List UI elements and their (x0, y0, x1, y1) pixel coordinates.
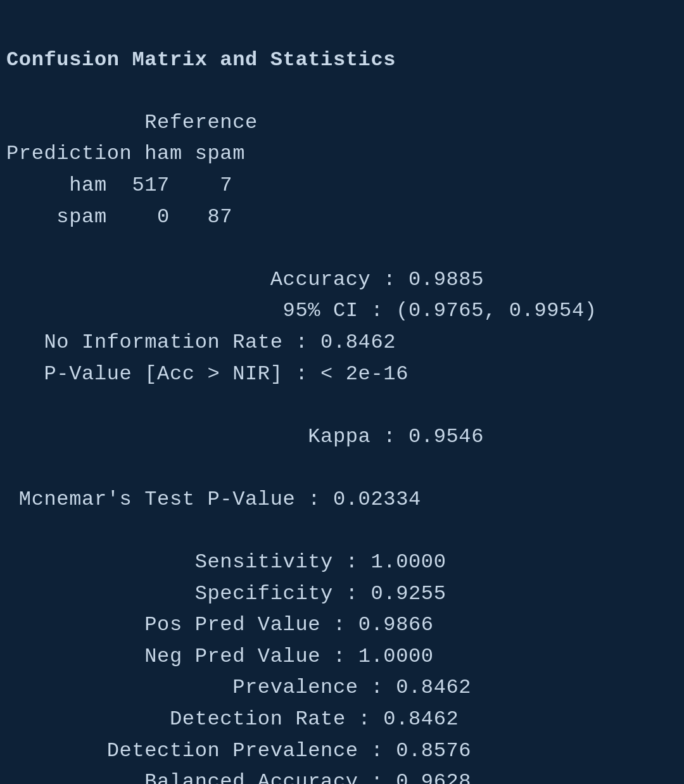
prevalence-row: Prevalence : 0.8462 (6, 676, 471, 699)
neg-pred-row: Neg Pred Value : 1.0000 (6, 645, 434, 668)
pvalue-row: P-Value [Acc > NIR] : < 2e-16 (6, 362, 408, 386)
sensitivity-row: Sensitivity : 1.0000 (6, 550, 446, 574)
matrix-row-ham: ham 517 7 (6, 174, 232, 197)
detection-rate-row: Detection Rate : 0.8462 (6, 707, 459, 731)
kappa-row: Kappa : 0.9546 (6, 425, 484, 448)
ci-row: 95% CI : (0.9765, 0.9954) (6, 299, 597, 322)
title: Confusion Matrix and Statistics (6, 48, 396, 72)
prediction-header: Prediction ham spam (6, 142, 245, 165)
accuracy-row: Accuracy : 0.9885 (6, 268, 484, 291)
matrix-row-spam: spam 0 87 (6, 205, 232, 229)
output-panel: Confusion Matrix and Statistics Referenc… (6, 13, 678, 771)
nir-row: No Information Rate : 0.8462 (6, 331, 396, 354)
mcnemar-row: Mcnemar's Test P-Value : 0.02334 (6, 488, 421, 511)
detection-prev-row: Detection Prevalence : 0.8576 (6, 739, 471, 762)
balanced-acc-row: Balanced Accuracy : 0.9628 (6, 770, 471, 784)
specificity-row: Specificity : 0.9255 (6, 582, 446, 605)
pos-pred-row: Pos Pred Value : 0.9866 (6, 613, 434, 636)
reference-header: Reference (6, 111, 258, 134)
